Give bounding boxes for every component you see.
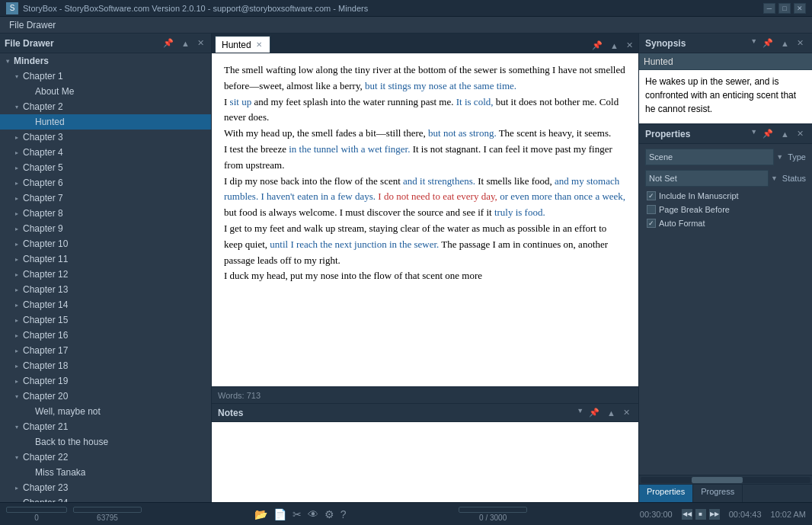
tree-item-ch19[interactable]: Chapter 19 [0,373,211,389]
tree-item-back-to-house[interactable]: Back to the house [0,434,211,450]
tree-item-ch15[interactable]: Chapter 15 [0,312,211,328]
tree-label-ch7: Chapter 7 [23,193,63,203]
tree-item-ch5[interactable]: Chapter 5 [0,160,211,175]
tab-pin-btn[interactable]: 📌 [590,40,605,51]
center-panel: Hunted ✕ 📌 ▲ ✕ The smell wafting low alo… [212,34,638,502]
editor-paragraph-1: I sit up and my feet splash into the wat… [224,94,626,126]
tree-item-about-me[interactable]: About Me [0,84,211,99]
notes-title: Notes [218,408,243,418]
tree-arrow-ch7 [12,194,21,203]
tree-item-minders[interactable]: Minders [0,53,211,69]
tab-progress[interactable]: Progress [693,485,743,502]
editor-area[interactable]: The smell wafting low along the tiny riv… [212,53,638,386]
tree-item-ch9[interactable]: Chapter 9 [0,221,211,236]
prop-auto-format-row: ✓ Auto Format [645,219,806,228]
tree-item-ch4[interactable]: Chapter 4 [0,145,211,160]
right-panel: Synopsis ▼ 📌 ▲ ✕ Hunted He wakes up in t… [638,34,812,502]
close-button[interactable]: ✕ [794,3,806,14]
notes-pin-btn[interactable]: 📌 [587,407,602,418]
editor-paragraph-6: I duck my head, put my nose into the flo… [224,268,626,284]
prop-type-select[interactable]: Scene Chapter Note [645,149,774,165]
tree-label-about-me: About Me [35,86,74,97]
minimize-button[interactable]: ─ [763,3,775,14]
tree-item-ch13[interactable]: Chapter 13 [0,282,211,297]
tab-hunted[interactable]: Hunted ✕ [215,36,270,53]
properties-drop-arrow[interactable]: ▼ [750,128,757,139]
tree-item-ch18[interactable]: Chapter 18 [0,358,211,373]
tree-item-ch6[interactable]: Chapter 6 [0,175,211,190]
notes-close-btn[interactable]: ✕ [621,407,632,418]
menu-file-drawer[interactable]: File Drawer [3,18,62,32]
file-drawer-arrow-btn[interactable]: ▲ [179,37,192,49]
prop-auto-format-checkbox[interactable]: ✓ [647,219,656,228]
tab-close-panel-btn[interactable]: ✕ [624,40,635,51]
notes-content[interactable] [212,422,638,502]
synopsis-text[interactable]: He wakes up in the sewer, and is confron… [639,70,812,123]
tab-properties[interactable]: Properties [639,485,693,502]
status-clock: 10:02 AM [771,510,806,519]
tool-gear-icon[interactable]: ⚙ [324,508,334,520]
tree-item-ch21[interactable]: Chapter 21 [0,419,211,434]
tab-hunted-close[interactable]: ✕ [256,40,262,49]
prop-type-row: Scene Chapter Note ▼ Type [645,149,806,165]
prop-page-break-checkbox[interactable] [647,205,656,214]
tool-file-icon[interactable]: 📄 [273,508,286,520]
prop-auto-format-label: Auto Format [659,219,705,228]
tree-item-ch2[interactable]: Chapter 2 [0,99,211,114]
synopsis-close-btn[interactable]: ✕ [794,37,806,49]
tree-item-miss-tanaka[interactable]: Miss Tanaka [0,465,211,480]
synopsis-drop-arrow[interactable]: ▼ [750,37,757,49]
tab-arrow-btn[interactable]: ▲ [608,40,621,51]
tree-label-ch23: Chapter 23 [23,482,68,493]
word-count-text: Words: 713 [218,391,261,400]
tree-label-ch3: Chapter 3 [23,132,63,142]
playback-prev-btn[interactable]: ◀◀ [682,509,692,520]
properties-pin-btn[interactable]: 📌 [760,128,775,139]
tree-arrow-ch6 [12,178,21,187]
tool-help-icon[interactable]: ? [340,508,347,520]
tree-item-ch8[interactable]: Chapter 8 [0,206,211,221]
notes-drop-arrow[interactable]: ▼ [577,407,583,418]
tree-item-ch17[interactable]: Chapter 17 [0,343,211,358]
tree-item-ch10[interactable]: Chapter 10 [0,236,211,251]
tree-item-ch24[interactable]: Chapter 24 [0,495,211,502]
tree-item-ch16[interactable]: Chapter 16 [0,328,211,343]
maximize-button[interactable]: □ [778,3,791,14]
notes-panel: Notes ▼ 📌 ▲ ✕ [212,403,638,502]
tree-item-ch12[interactable]: Chapter 12 [0,267,211,282]
prop-include-manuscript-checkbox[interactable]: ✓ [647,191,656,200]
properties-scrollbar-h[interactable] [639,475,812,484]
playback-stop-btn[interactable]: ■ [695,509,706,520]
tree-item-ch11[interactable]: Chapter 11 [0,251,211,267]
tree-label-well-maybe: Well, maybe not [35,406,101,417]
tree-arrow-ch10 [12,239,21,248]
tree-item-ch22[interactable]: Chapter 22 [0,450,211,465]
synopsis-arrow-btn[interactable]: ▲ [778,37,791,49]
tree-item-ch14[interactable]: Chapter 14 [0,297,211,312]
tree-item-ch20[interactable]: Chapter 20 [0,389,211,404]
tree-item-ch7[interactable]: Chapter 7 [0,190,211,206]
file-tree[interactable]: MindersChapter 1About MeChapter 2HuntedC… [0,53,211,502]
notes-header: Notes ▼ 📌 ▲ ✕ [212,404,638,422]
tree-item-well-maybe[interactable]: Well, maybe not [0,404,211,419]
properties-close-btn[interactable]: ✕ [794,128,806,139]
tree-item-ch1[interactable]: Chapter 1 [0,69,211,84]
tool-eye-icon[interactable]: 👁 [308,508,318,520]
status-toolbar: 📂 📄 ✂ 👁 ⚙ ? [254,508,347,520]
tool-scissors-icon[interactable]: ✂ [293,508,302,520]
notes-arrow-btn[interactable]: ▲ [605,407,618,418]
status-progress-bar-2 [73,507,142,513]
tree-item-ch23[interactable]: Chapter 23 [0,480,211,495]
tree-arrow-ch20 [12,392,21,401]
tool-open-folder-icon[interactable]: 📂 [254,508,267,520]
file-drawer-pin-btn[interactable]: 📌 [161,37,176,49]
playback-next-btn[interactable]: ▶▶ [709,509,720,520]
tree-item-hunted[interactable]: Hunted [0,114,211,130]
synopsis-pin-btn[interactable]: 📌 [760,37,775,49]
file-drawer-close-btn[interactable]: ✕ [195,37,206,49]
tab-bar: Hunted ✕ 📌 ▲ ✕ [212,34,638,53]
tree-item-ch3[interactable]: Chapter 3 [0,130,211,145]
synopsis-doc-label: Hunted [644,56,673,67]
prop-status-select[interactable]: Not Set Draft Final [645,170,769,187]
properties-arrow-btn[interactable]: ▲ [778,128,791,139]
